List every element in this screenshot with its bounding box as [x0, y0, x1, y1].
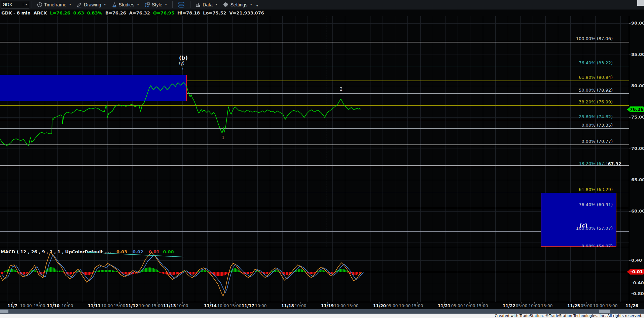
- time-axis-tick: [12, 302, 13, 304]
- time-axis-label: 11/13: [163, 304, 176, 308]
- time-axis-label: 11/10: [47, 304, 60, 308]
- time-axis-tick: [288, 302, 288, 304]
- time-axis-tick: [522, 302, 522, 304]
- fib-level-line[interactable]: [0, 167, 629, 167]
- chevron-down-icon: ▼: [69, 3, 71, 6]
- axis-tick-mark: [629, 55, 631, 55]
- chevron-down-icon[interactable]: ▼: [23, 3, 28, 6]
- timeframe-label: Timeframe: [44, 2, 66, 7]
- elliott-wave-label[interactable]: 2: [340, 86, 343, 92]
- macd-values: -0.03 -0.02 -0.01 0.00: [113, 249, 174, 254]
- fib-level-label: 0.00% (70.77): [581, 139, 613, 144]
- fib-level-label: 76.40% (83.22): [579, 60, 613, 65]
- fib-level-line[interactable]: [0, 208, 629, 208]
- axis-price-label: 60.00: [631, 209, 644, 214]
- toolbar-divider: [32, 1, 32, 8]
- fib-level-line[interactable]: [0, 165, 629, 166]
- time-axis-tick: [340, 302, 340, 304]
- macd-value: 0.00: [162, 249, 174, 254]
- price-axis[interactable]: 90.0085.0080.0075.0070.0065.0060.000.40-…: [629, 16, 644, 302]
- fib-level-line[interactable]: [0, 66, 629, 66]
- elliott-wave-label[interactable]: (c): [579, 222, 587, 229]
- time-axis-tick: [444, 302, 444, 304]
- time-axis-label: 15:00: [541, 304, 553, 308]
- elliott-wave-label[interactable]: (y): [179, 61, 184, 66]
- axis-price-label: 65.00: [631, 177, 644, 182]
- scrollbar-thumb[interactable]: [0, 310, 8, 313]
- horizontal-scrollbar[interactable]: [0, 309, 644, 314]
- price-pane[interactable]: 100.00% (87.06)76.40% (83.22)61.80% (80.…: [0, 16, 629, 247]
- axis-price-label: 75.00: [631, 115, 644, 120]
- macd-value-tag-arrow: [627, 270, 630, 274]
- settings-button[interactable]: Settings ▼: [220, 0, 255, 9]
- axis-tick-mark: [629, 86, 631, 86]
- elliott-wave-label[interactable]: c: [182, 66, 185, 71]
- quote-field: B=76.26: [105, 10, 126, 15]
- axis-tick-mark: [629, 23, 631, 24]
- symbol-combo[interactable]: GDX ▼: [1, 1, 29, 8]
- quote-field: GDX - 8 min: [1, 10, 31, 15]
- chevron-down-icon: ▼: [250, 3, 252, 6]
- time-axis-label: 15:00: [114, 304, 126, 308]
- fib-level-line[interactable]: [0, 193, 629, 193]
- quote-field: V=21,933,076: [229, 10, 264, 15]
- fib-level-line[interactable]: [0, 231, 629, 232]
- drawing-button[interactable]: Drawing ▼: [74, 0, 109, 9]
- quote-status-line: GDX - 8 minARCXL=76.260.630.83%B=76.26A=…: [0, 10, 644, 16]
- macd-study-label[interactable]: MACD ( 12 , 26 , 9 , 1 , 1 , UpColorDefa…: [1, 249, 174, 254]
- time-axis-label: 11/17: [242, 304, 254, 308]
- fib-level-line[interactable]: [0, 145, 629, 145]
- time-axis-label: 11/18: [281, 304, 294, 308]
- elliott-wave-label[interactable]: (b): [179, 55, 188, 61]
- time-axis-label: 10:00: [593, 304, 605, 308]
- time-axis-label: 10:00: [529, 304, 540, 308]
- drawing-label: Drawing: [84, 2, 101, 7]
- macd-value: -0.03: [115, 249, 127, 254]
- time-axis-label: 10:00: [255, 304, 267, 308]
- axis-price-label: -0.40: [631, 280, 644, 285]
- time-axis-label: 10:00: [334, 304, 346, 308]
- symbol-combo-value: GDX: [3, 2, 12, 7]
- time-axis-tick: [469, 302, 470, 304]
- fib-zone-rect[interactable]: [0, 75, 187, 101]
- fib-level-label: 61.80% (63.29): [579, 187, 613, 192]
- fib-level-line[interactable]: [0, 128, 629, 129]
- time-axis[interactable]: 11/710:0015:0011/1010:0011/1110:0015:001…: [0, 302, 644, 309]
- fib-zone-rect[interactable]: [541, 193, 616, 247]
- time-axis-tick: [170, 302, 170, 304]
- time-axis-tick: [599, 302, 599, 304]
- time-axis-label: 11/7: [7, 304, 17, 308]
- clock-icon: [37, 2, 42, 7]
- fib-level-line[interactable]: [0, 120, 629, 120]
- axis-price-label: 80.00: [631, 83, 644, 88]
- fib-level-line[interactable]: [0, 42, 629, 42]
- style-button[interactable]: Style ▼: [142, 0, 170, 9]
- layers-button[interactable]: [175, 0, 188, 9]
- fib-level-line[interactable]: [0, 105, 629, 106]
- time-axis-tick: [380, 302, 380, 304]
- chevron-down-icon[interactable]: ▼: [256, 4, 258, 7]
- quote-field: ARCX: [34, 10, 47, 15]
- macd-pane[interactable]: MACD ( 12 , 26 , 9 , 1 , 1 , UpColorDefa…: [0, 247, 629, 302]
- elliott-wave-label[interactable]: 1: [222, 135, 225, 140]
- pane-divider[interactable]: [0, 247, 629, 247]
- studies-button[interactable]: Studies ▼: [109, 0, 142, 9]
- time-axis-label: 15:00: [606, 304, 618, 308]
- fib-level-label: 100.00% (87.06): [576, 36, 613, 41]
- data-button[interactable]: Data ▼: [193, 0, 220, 9]
- style-icon: [145, 2, 150, 7]
- axis-price-label: 90.00: [631, 21, 644, 26]
- time-axis-tick: [300, 302, 301, 304]
- time-axis-label: 11/14: [204, 304, 217, 308]
- pencil-icon: [77, 2, 82, 7]
- time-axis-label: 11/26: [625, 304, 638, 308]
- quote-field: Lo=75.52: [203, 10, 226, 15]
- axis-tick-mark: [629, 211, 631, 212]
- window-corner-button[interactable]: [637, 0, 644, 6]
- time-axis-label: 10:00: [62, 304, 73, 308]
- time-axis-label: 10:00: [101, 304, 113, 308]
- timeframe-button[interactable]: Timeframe ▼: [34, 0, 74, 9]
- time-axis-tick: [261, 302, 261, 304]
- scrollbar-block[interactable]: [599, 310, 610, 313]
- copyright-bar: Created with TradeStation. ®TradeStation…: [0, 314, 644, 318]
